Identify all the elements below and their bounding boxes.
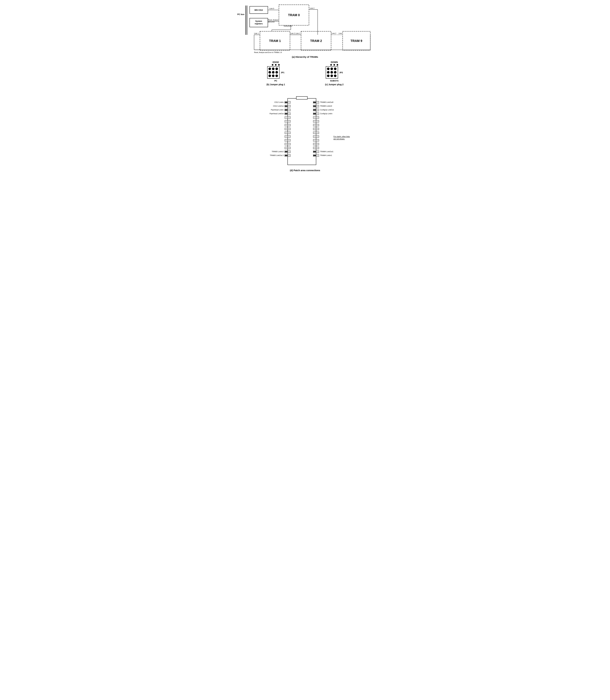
svg-rect-66 — [316, 128, 319, 130]
subsystem-label: Subsystem — [284, 25, 292, 27]
dot6 — [337, 64, 338, 66]
svg-rect-70 — [316, 131, 319, 134]
caption-d: (d) Patch area connections — [290, 169, 320, 172]
jumper2-grid-wrap: JP2 — [326, 66, 343, 79]
tram3-linkout2-label: TRAM3 LinkOut 2 — [270, 154, 284, 156]
jp1-dot-r3c2 — [272, 75, 274, 77]
jumper1-bottom-label: PC — [274, 80, 277, 82]
dot5 — [334, 64, 335, 66]
jp1-dot-r2c3 — [275, 71, 278, 74]
tram0-linkin0-label: TRAM0 LinkIn0 — [320, 105, 332, 107]
svg-rect-81 — [313, 143, 316, 145]
svg-rect-60 — [285, 124, 288, 126]
sysreg-label1: System — [255, 20, 262, 22]
jumper-plug-2-section: DOWN JP2 SUBSYS (c) Jumper plug 2 — [325, 61, 343, 86]
svg-rect-31 — [316, 101, 319, 104]
tram1-label: TRAM 1 — [269, 39, 281, 43]
svg-rect-79 — [288, 143, 290, 145]
svg-rect-55 — [288, 120, 290, 122]
svg-rect-69 — [313, 131, 316, 134]
svg-rect-29 — [285, 102, 288, 103]
svg-rect-57 — [313, 120, 316, 122]
svg-rect-97 — [316, 154, 319, 157]
jp1-dot-r1c1 — [269, 67, 271, 70]
reset-bottom-label: Reset, Analyse and Error to TRAMs 1-9 — [254, 51, 282, 53]
svg-rect-84 — [285, 147, 288, 149]
svg-rect-91 — [316, 151, 319, 153]
svg-rect-26 — [296, 96, 307, 99]
svg-rect-50 — [313, 113, 316, 114]
section-a-diagram: PC bus IMS C012 System registers Link 0 … — [237, 3, 373, 59]
svg-rect-68 — [285, 131, 288, 134]
sysreg-label2: registers — [255, 22, 263, 25]
svg-rect-62 — [316, 124, 319, 126]
svg-rect-73 — [313, 136, 316, 138]
jp2-dot-r2c2 — [331, 71, 333, 74]
svg-rect-61 — [313, 124, 316, 126]
svg-rect-71 — [288, 136, 290, 138]
jp2-label: JP2 — [339, 71, 343, 74]
section-bc: EDGE JP1 PC (b) Jumper plug 1 DOWN — [237, 61, 373, 86]
svg-rect-86 — [316, 147, 319, 149]
tram4-linkin1-label: TRAM4 LinkIn1 — [320, 154, 332, 156]
jumper1-top-dots — [272, 64, 280, 66]
svg-rect-78 — [316, 139, 319, 141]
svg-rect-76 — [285, 139, 288, 141]
tram4-linkout1-label: TRAM4 LinkOut1 — [320, 151, 333, 153]
dot2 — [275, 64, 276, 66]
svg-rect-64 — [285, 128, 288, 130]
clarity-note-line1: For clarity, other links — [334, 136, 350, 138]
section-d-diagram: C012 LinkIn TRAM0 LinkOut0 C012 LinkOut … — [250, 92, 360, 173]
pipehead-linkout-label: PipeHead LinkOut — [270, 113, 284, 114]
svg-rect-65 — [313, 128, 316, 130]
jp1-dot-r3c3 — [275, 75, 278, 77]
link2-tram0-label: Link 2 — [310, 7, 314, 9]
ims-c012-label: IMS C012 — [254, 9, 263, 11]
svg-rect-83 — [288, 147, 290, 149]
tram0-linkout0-label: TRAM0 LinkOut0 — [320, 101, 333, 103]
c012-linkout-label: C012 LinkOut — [273, 105, 284, 107]
and-error-label: and Error — [268, 21, 275, 23]
svg-rect-43 — [316, 109, 319, 111]
tram3-linkin2-label: TRAM3 LinkIn2 — [272, 151, 284, 153]
jumper2-bottom-label: SUBSYS — [330, 80, 338, 82]
tram9-label: TRAM 9 — [351, 39, 362, 43]
caption-c: (c) Jumper plug 2 — [325, 83, 343, 86]
jumper2-grid — [326, 66, 338, 79]
jumper1-grid-wrap: JP1 — [267, 66, 285, 79]
svg-rect-33 — [288, 105, 290, 107]
configup-linkout-label: ConfigUp LinkOut — [320, 109, 334, 111]
link1-tram2-label: Link 1 — [295, 32, 300, 34]
jp2-dot-r3c3 — [334, 75, 336, 77]
svg-rect-87 — [288, 151, 290, 153]
svg-rect-77 — [313, 139, 316, 141]
svg-rect-85 — [313, 147, 316, 149]
clarity-note-line2: are not shown. — [334, 138, 345, 140]
svg-rect-38 — [313, 106, 316, 107]
dot1 — [272, 64, 273, 66]
configup-linkin-label: ConfigUp LinkIn — [320, 113, 332, 114]
svg-rect-80 — [285, 143, 288, 145]
jp1-dot-r1c2 — [272, 67, 274, 70]
svg-rect-49 — [316, 113, 319, 115]
svg-rect-51 — [288, 116, 290, 119]
jumper1-grid — [267, 66, 279, 79]
jp1-dot-r2c2 — [272, 71, 274, 74]
svg-rect-63 — [288, 128, 290, 130]
jp2-dot-r1c1 — [327, 67, 330, 70]
svg-rect-53 — [313, 116, 316, 119]
jp1-dot-r2c1 — [269, 71, 271, 74]
caption-a: (a) Hierarchy of TRAMs — [292, 56, 318, 58]
svg-rect-67 — [288, 131, 290, 134]
jp2-dot-r1c2 — [331, 67, 333, 70]
jp2-dot-r1c3 — [334, 67, 336, 70]
svg-rect-27 — [288, 101, 290, 104]
jumper-plug-1-section: EDGE JP1 PC (b) Jumper plug 1 — [267, 61, 285, 86]
svg-rect-39 — [288, 109, 290, 111]
pipehead-linkin-label: PipeHead LinkIn — [271, 109, 284, 111]
svg-rect-95 — [285, 155, 288, 156]
svg-rect-82 — [316, 143, 319, 145]
svg-rect-89 — [285, 151, 288, 152]
svg-rect-45 — [288, 113, 290, 115]
jp2-dot-r3c1 — [327, 75, 330, 77]
